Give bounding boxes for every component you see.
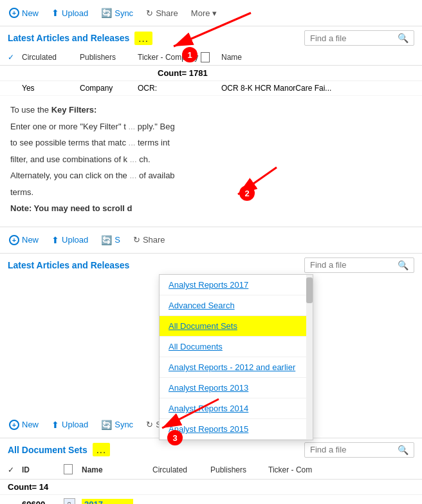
row1-name: OCR 8-K HCR ManorCare Fai... [221,84,414,93]
brow1-icon: 🗒 [64,498,82,505]
search-icon-3: 🔍 [398,445,408,455]
upload-icon-2: ⬆ [51,235,59,245]
dropdown-item-1[interactable]: Advanced Search [160,295,313,316]
page-icon-2 [64,464,73,474]
share-icon-3: ↻ [146,420,153,429]
col-publishers-1: Publishers [80,53,138,62]
count-row-2: Count= 14 [0,480,422,495]
more-button[interactable]: More ▾ [190,6,219,21]
dropdown-item-3[interactable]: All Documents [160,337,313,357]
new-label-2: New [22,235,39,245]
sync-icon: 🔄 [101,8,112,18]
bcol-id: ID [22,465,64,474]
brow1-name[interactable]: 2017 [82,499,133,504]
upload-button-3[interactable]: ⬆ Upload [50,417,89,433]
upload-button-2[interactable]: ⬆ Upload [50,232,89,248]
new-button[interactable]: + New [8,5,40,21]
info-section: To use the Key Filters: Enter one or mor… [0,96,422,227]
upload-icon: ⬆ [51,8,59,18]
row1-publishers: Company [80,84,138,93]
bottom-row-1: 69600 🗒 2017 ··· [0,495,422,505]
badge-3: 3 [167,430,183,445]
sync-button-3[interactable]: 🔄 Sync [100,417,134,433]
dropdown-scrollbar[interactable] [306,275,313,440]
bcol-name: Name [82,465,133,474]
share-button-2[interactable]: ↻ Share [132,232,167,247]
count-value-2: Count= 14 [8,482,48,492]
plus-icon: + [9,8,19,18]
search-icon-2: 🔍 [398,260,408,270]
sync-label-2: S [115,235,120,245]
badge-1: 1 [182,47,197,62]
list-title-1[interactable]: Latest Articles and Releases [8,33,129,43]
search-input-1[interactable] [310,33,394,43]
sync-label: Sync [115,8,133,18]
col-circulated-1: Circulated [22,53,80,62]
dropdown-item-6[interactable]: Analyst Reports 2014 [160,398,313,419]
row1-circulated: Yes [22,84,80,93]
new-button-2[interactable]: + New [8,232,40,248]
new-button-3[interactable]: + New [8,417,40,433]
share-icon-2: ↻ [133,235,140,245]
sync-label-3: Sync [115,420,133,429]
list-header-3: All Document Sets ... 🔍 [0,438,422,462]
data-row-1: Yes Company OCR: OCR 8-K HCR ManorCare F… [0,81,422,96]
sync-button[interactable]: 🔄 Sync [100,5,134,21]
count-row-1: Count= 1781 [0,66,422,81]
new-label-3: New [22,420,39,429]
share-label-2: Share [143,235,165,245]
dropdown-menu: Analyst Reports 2017 Advanced Search All… [159,274,313,440]
sync-icon-3: 🔄 [101,420,112,430]
upload-button[interactable]: ⬆ Upload [50,5,89,21]
col-name-1: Name [221,53,414,62]
row1-ticker: OCR: [138,84,221,93]
ellipsis-icon-1: ··· [133,499,143,505]
search-box-2: 🔍 [304,257,414,273]
page-icon-1 [201,52,210,62]
list-title-2[interactable]: Latest Articles and Releases [8,260,129,270]
chevron-down-icon: ▾ [212,8,217,18]
toolbar-top: + New ⬆ Upload 🔄 Sync ↻ Share More ▾ [0,0,422,26]
more-label: More [191,8,210,18]
dropdown-item-2[interactable]: All Document Sets [160,316,313,337]
search-input-3[interactable] [310,445,394,454]
share-button[interactable]: ↻ Share [145,6,179,21]
col-ticker-1: Ticker - Company [138,52,221,62]
sync-button-2[interactable]: 🔄 S [100,232,122,248]
scrollbar-thumb [306,277,313,303]
list-header-1: Latest Articles and Releases ... 🔍 [0,26,422,50]
search-input-2[interactable] [310,260,394,270]
col-headers-1: ✓ Circulated Publishers Ticker - Company… [0,50,422,66]
upload-label-3: Upload [62,420,88,429]
bcol-icon-col [64,464,82,476]
search-box-1: 🔍 [304,30,414,46]
share-label: Share [156,8,178,18]
col-check-1: ✓ [8,53,22,62]
sync-icon-2: 🔄 [101,235,112,245]
ellipsis-button-3[interactable]: ... [93,443,111,456]
dropdown-item-4[interactable]: Analyst Reports - 2012 and earlier [160,357,313,378]
bottom-col-headers: ✓ ID Name Circulated Publishers Ticker -… [0,462,422,480]
search-box-3: 🔍 [304,442,414,458]
upload-icon-3: ⬆ [51,420,59,430]
ellipsis-button-1[interactable]: ... [134,32,152,45]
list-title-3[interactable]: All Document Sets [8,445,87,455]
dropdown-item-5[interactable]: Analyst Reports 2013 [160,378,313,398]
dropdown-item-0[interactable]: Analyst Reports 2017 [160,275,313,295]
bcol-check: ✓ [8,465,22,474]
bcol-circulated: Circulated [152,465,210,474]
upload-label: Upload [62,8,88,18]
doc-icon-1: 🗒 [64,498,75,505]
count-value-1: Count= 1781 [158,68,208,78]
brow1-id: 69600 [22,499,64,504]
share-icon: ↻ [146,8,153,18]
brow1-ellipsis[interactable]: ··· [133,499,152,505]
badge-2: 2 [239,185,255,201]
list-header-2: Latest Articles and Releases 🔍 [0,254,422,277]
plus-icon-3: + [9,420,19,430]
upload-label-2: Upload [62,235,88,245]
bcol-publishers: Publishers [210,465,268,474]
bcol-ticker: Ticker - Com [268,465,414,474]
toolbar-2: + New ⬆ Upload 🔄 S ↻ Share [0,227,422,254]
search-icon-1: 🔍 [398,33,408,43]
